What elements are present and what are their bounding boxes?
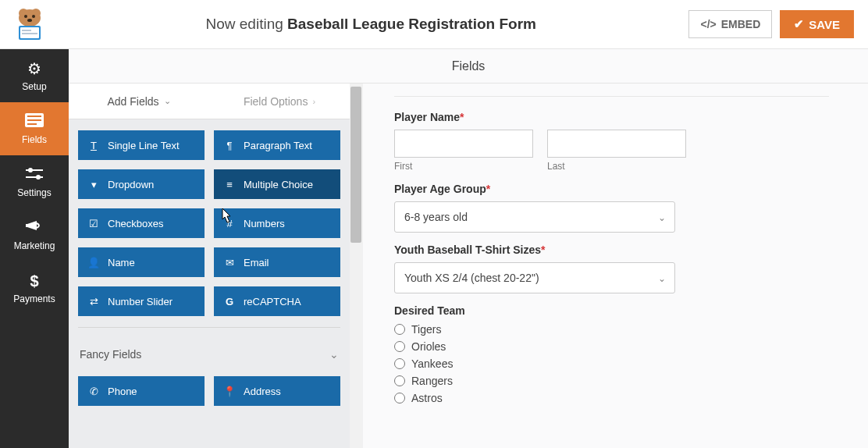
envelope-icon: ✉ <box>223 257 236 268</box>
desired-team-label: Desired Team <box>394 304 829 317</box>
svg-rect-18 <box>26 224 28 227</box>
svg-point-17 <box>36 175 41 180</box>
last-sublabel: Last <box>547 161 686 172</box>
form-icon <box>25 113 44 131</box>
google-icon: G <box>223 296 236 308</box>
paragraph-icon: ¶ <box>223 140 236 151</box>
team-option-yankees[interactable]: Yankees <box>394 357 829 370</box>
first-sublabel: First <box>394 161 533 172</box>
field-multiple-choice[interactable]: ≡ Multiple Choice <box>214 169 340 199</box>
pin-icon: 📍 <box>223 386 236 397</box>
svg-rect-8 <box>22 30 31 31</box>
caret-square-icon: ▾ <box>87 179 100 190</box>
fancy-fields-toggle[interactable]: Fancy Fields ⌄ <box>69 339 350 370</box>
svg-point-2 <box>19 9 41 27</box>
first-name-input[interactable] <box>394 130 533 158</box>
embed-label: EMBED <box>721 18 761 30</box>
list-icon: ≡ <box>223 179 236 190</box>
sidenav-item-payments[interactable]: $ Payments <box>0 261 69 315</box>
team-option-orioles[interactable]: Orioles <box>394 340 829 353</box>
field-paragraph-text[interactable]: ¶ Paragraph Text <box>214 130 340 160</box>
sidenav-item-fields[interactable]: Fields <box>0 102 69 155</box>
svg-point-15 <box>28 168 33 172</box>
field-checkboxes[interactable]: ☑ Checkboxes <box>78 208 205 238</box>
svg-rect-12 <box>27 119 41 121</box>
field-recaptcha[interactable]: G reCAPTCHA <box>214 286 340 316</box>
last-name-input[interactable] <box>547 130 686 158</box>
chevron-right-icon: › <box>312 97 315 106</box>
cursor-pointer-icon <box>219 207 234 229</box>
age-group-label: Player Age Group* <box>394 183 829 195</box>
svg-point-4 <box>32 15 35 18</box>
field-email[interactable]: ✉ Email <box>214 247 340 277</box>
field-phone[interactable]: ✆ Phone <box>78 376 205 406</box>
svg-point-5 <box>27 19 32 22</box>
scroll-thumb[interactable] <box>350 87 361 243</box>
team-option-tigers[interactable]: Tigers <box>394 323 829 336</box>
chevron-down-icon: ⌄ <box>329 348 339 361</box>
editing-prefix: Now editing <box>206 16 283 32</box>
gear-icon: ⚙ <box>27 59 41 78</box>
tshirt-label: Youth Baseball T-Shirt Sizes* <box>394 244 829 256</box>
page-title: Now editing Baseball League Registration… <box>53 16 688 33</box>
sidenav-item-marketing[interactable]: Marketing <box>0 208 69 261</box>
field-number-slider[interactable]: ⇄ Number Slider <box>78 286 205 316</box>
svg-rect-13 <box>27 123 37 125</box>
sliders-icon <box>26 166 43 184</box>
user-icon: 👤 <box>87 257 100 268</box>
check-square-icon: ☑ <box>87 218 100 229</box>
megaphone-icon <box>26 219 43 237</box>
field-address[interactable]: 📍 Address <box>214 376 340 406</box>
section-header: Fields <box>69 49 868 84</box>
embed-button[interactable]: </> EMBED <box>688 10 772 38</box>
svg-point-3 <box>24 15 27 18</box>
team-option-astros[interactable]: Astros <box>394 392 829 404</box>
sidenav-item-settings[interactable]: Settings <box>0 155 69 208</box>
svg-rect-11 <box>27 116 41 117</box>
check-icon: ✔ <box>794 17 804 31</box>
field-name[interactable]: 👤 Name <box>78 247 205 277</box>
panel-scrollbar[interactable] <box>350 84 363 448</box>
dollar-icon: $ <box>30 272 38 290</box>
team-option-rangers[interactable]: Rangers <box>394 375 829 387</box>
code-icon: </> <box>700 18 716 30</box>
fields-panel: Add Fields ⌄ Field Options › T Single Li… <box>69 84 350 448</box>
app-logo[interactable] <box>6 4 53 44</box>
svg-rect-9 <box>22 33 37 34</box>
form-name: Baseball League Registration Form <box>287 16 536 32</box>
age-group-select[interactable]: 6-8 years old <box>394 201 675 233</box>
sidenav-item-setup[interactable]: ⚙ Setup <box>0 49 69 102</box>
tab-add-fields[interactable]: Add Fields ⌄ <box>69 84 209 119</box>
tab-field-options[interactable]: Field Options › <box>209 84 350 119</box>
phone-icon: ✆ <box>87 386 100 397</box>
form-preview: Player Name* First Last <box>363 84 868 448</box>
save-button[interactable]: ✔ SAVE <box>780 10 854 38</box>
slider-icon: ⇄ <box>87 296 100 308</box>
player-name-label: Player Name* <box>394 111 829 123</box>
save-label: SAVE <box>809 18 840 31</box>
field-dropdown[interactable]: ▾ Dropdown <box>78 169 205 199</box>
chevron-down-icon: ⌄ <box>164 96 171 106</box>
tshirt-select[interactable]: Youth XS 2/4 (chest 20-22") <box>394 262 675 293</box>
text-icon: T <box>87 140 100 151</box>
side-nav: ⚙ Setup Fields Settings Marketing $ Paym… <box>0 49 69 448</box>
field-single-line-text[interactable]: T Single Line Text <box>78 130 205 160</box>
